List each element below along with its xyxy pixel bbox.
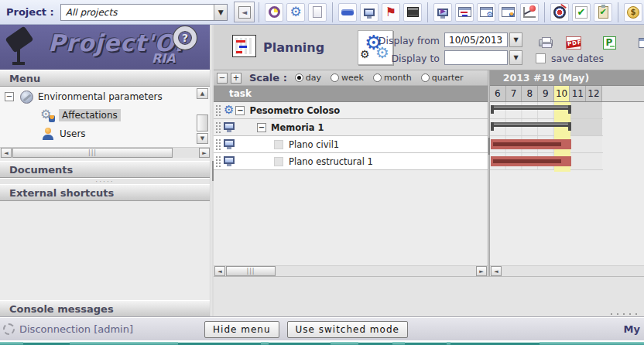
- scrollbar-thumb[interactable]: |||: [226, 266, 276, 276]
- toolbar-separator: [544, 2, 545, 22]
- scrollbar-thumb[interactable]: |||: [12, 148, 173, 158]
- activity-button[interactable]: [403, 3, 422, 22]
- task-row[interactable]: ⚙ − Pesometro Coloso: [214, 102, 488, 119]
- drag-handle-icon[interactable]: [215, 121, 222, 134]
- collapse-toggle-icon[interactable]: −: [257, 123, 266, 132]
- menu-section-header[interactable]: Menu: [0, 70, 210, 87]
- document-button[interactable]: [308, 3, 327, 22]
- scale-option-label[interactable]: quarter: [432, 73, 464, 83]
- planning-window-button[interactable]: [455, 3, 474, 22]
- display-to-label: Display to: [373, 53, 440, 64]
- budget-button[interactable]: $: [624, 3, 642, 22]
- console-section-header[interactable]: Console messages: [0, 300, 210, 317]
- scale-radio-week[interactable]: [331, 73, 339, 82]
- scale-radio-day[interactable]: [295, 73, 303, 82]
- documents-section-header[interactable]: Documents: [0, 161, 210, 178]
- drag-handle-icon[interactable]: [215, 138, 222, 151]
- scale-option-label[interactable]: day: [306, 73, 321, 83]
- task-row[interactable]: − Memoria 1: [214, 119, 488, 136]
- day-cell-today: 10: [554, 86, 570, 101]
- resources-window-button[interactable]: [498, 3, 517, 22]
- help-lifering-icon[interactable]: ?: [173, 26, 197, 50]
- disconnection-link[interactable]: Disconnection [admin]: [19, 323, 133, 335]
- scale-radio-month[interactable]: [373, 73, 382, 82]
- menu-horizontal-scrollbar[interactable]: ◄ ||| ►: [0, 147, 210, 158]
- section-splitter[interactable]: ·····: [0, 178, 210, 184]
- summary-bar[interactable]: [491, 105, 571, 110]
- scroll-right-icon[interactable]: ►: [476, 266, 487, 276]
- collapse-toggle-icon[interactable]: −: [5, 92, 14, 101]
- display-to-input[interactable]: [444, 50, 508, 65]
- status-bar: Disconnection [admin] Hide menu Use swit…: [0, 317, 644, 340]
- display-from-input[interactable]: 10/05/2013: [444, 32, 508, 47]
- task-row[interactable]: Plano civil1: [214, 136, 488, 153]
- session-button[interactable]: ▶: [433, 3, 452, 22]
- tree-node-affectations[interactable]: ⚙ Affectations: [40, 107, 121, 124]
- checklist-button[interactable]: ✔: [594, 3, 612, 22]
- zoom-in-button[interactable]: +: [231, 73, 242, 84]
- planning-view: Planning ⚙ ⚙ ⚙ Display from 10/05/2013 ▼…: [214, 25, 644, 317]
- computer-button[interactable]: [360, 3, 379, 22]
- milestone-button[interactable]: ⚑: [382, 3, 400, 22]
- gantt-pane-hscrollbar[interactable]: ◄: [490, 265, 644, 276]
- disconnect-icon[interactable]: [3, 323, 15, 335]
- hide-menu-button[interactable]: Hide menu: [204, 321, 279, 338]
- export-pdf-button[interactable]: PDF: [564, 34, 584, 51]
- progress-bar: [493, 159, 561, 163]
- drag-handle-icon[interactable]: [215, 104, 222, 117]
- tree-node-label[interactable]: Affectations: [59, 109, 121, 121]
- validate-button[interactable]: ✔: [572, 3, 591, 22]
- settings-window-button[interactable]: ⚙: [477, 3, 495, 22]
- display-to-dropdown-icon[interactable]: ▼: [509, 50, 522, 65]
- task-label[interactable]: Plano civil1: [289, 139, 339, 150]
- scale-option-label[interactable]: week: [341, 73, 364, 83]
- scroll-right-icon[interactable]: ►: [199, 148, 210, 158]
- scale-option-label[interactable]: month: [384, 73, 412, 83]
- collapse-toggle-icon[interactable]: −: [235, 106, 245, 115]
- projector-button[interactable]: [265, 3, 283, 22]
- tree-node-label[interactable]: Users: [60, 128, 86, 139]
- tree-node-users[interactable]: Users: [43, 125, 86, 142]
- scroll-left-icon[interactable]: ◄: [1, 148, 12, 158]
- scroll-down-icon[interactable]: ▼: [197, 133, 208, 144]
- shortcuts-section-header[interactable]: External shortcuts: [0, 184, 210, 201]
- preferences-button[interactable]: ⚙: [286, 3, 305, 22]
- scroll-up-icon[interactable]: ▲: [197, 88, 208, 99]
- menu-vertical-scrollbar[interactable]: ▲ ▼: [197, 88, 208, 144]
- project-selector[interactable]: All projects ▼: [60, 4, 228, 21]
- summary-bar[interactable]: [491, 122, 571, 127]
- display-from-dropdown-icon[interactable]: ▼: [509, 32, 522, 47]
- tree-node-label[interactable]: Environmental parameters: [38, 91, 163, 102]
- task-bar[interactable]: [491, 156, 571, 166]
- gantt-window-icon: [458, 7, 471, 17]
- back-button[interactable]: ◄: [234, 2, 255, 22]
- task-pane-hscrollbar[interactable]: ◄ ||| ►: [214, 265, 488, 276]
- task-row[interactable]: Plano estructural 1: [214, 153, 488, 170]
- scroll-left-icon[interactable]: ◄: [491, 266, 502, 276]
- main-bottom-area: [214, 276, 644, 317]
- task-label[interactable]: Pesometro Coloso: [249, 105, 340, 116]
- scroll-left-icon[interactable]: ◄: [214, 266, 225, 276]
- save-dates-checkbox[interactable]: [536, 53, 546, 63]
- switch-mode-button[interactable]: Use switched mode: [287, 321, 408, 338]
- leaf-marker-icon: [274, 140, 283, 149]
- tree-node-environmental-parameters[interactable]: − Environmental parameters: [5, 88, 163, 105]
- scale-radio-quarter[interactable]: [421, 73, 430, 82]
- zoom-out-button[interactable]: −: [217, 73, 228, 84]
- extra-export-button[interactable]: [635, 34, 644, 51]
- task-label[interactable]: Plano estructural 1: [289, 156, 373, 167]
- target-button[interactable]: [550, 3, 569, 22]
- chevron-down-icon[interactable]: ▼: [214, 5, 227, 20]
- user-icon: [43, 128, 53, 140]
- ticket-button[interactable]: [338, 3, 357, 22]
- msproject-icon: P: [603, 36, 616, 50]
- drag-handle-icon[interactable]: [215, 155, 222, 168]
- report-button[interactable]: [520, 3, 539, 22]
- task-label[interactable]: Memoria 1: [271, 122, 324, 133]
- task-list-pane: ⚙ − Pesometro Coloso − Memoria 1 Plano c…: [214, 102, 488, 265]
- resize-grip-icon[interactable]: [608, 313, 639, 316]
- print-button[interactable]: [536, 34, 556, 51]
- scrollbar-thumb[interactable]: [197, 114, 208, 132]
- task-bar[interactable]: [491, 139, 571, 149]
- export-msproject-button[interactable]: P: [599, 34, 619, 51]
